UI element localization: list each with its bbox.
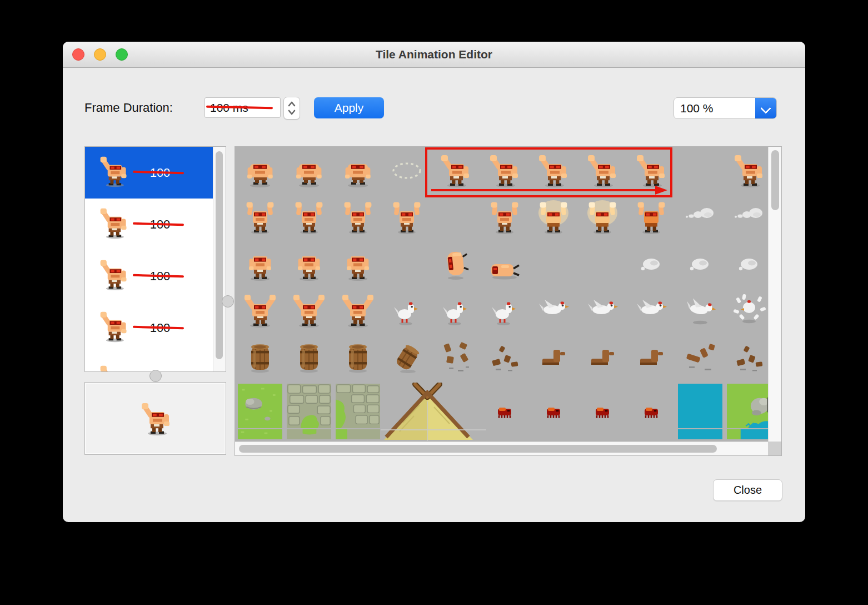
- scrollbar-thumb[interactable]: [771, 150, 779, 210]
- crab-sprite: [633, 394, 669, 430]
- frame-sprite-thumbnail: [97, 258, 131, 291]
- tile-stoneA[interactable]: [285, 381, 333, 428]
- tile-stump[interactable]: [578, 334, 627, 381]
- tile-armsv[interactable]: [236, 287, 285, 334]
- scrollbar-corner: [768, 442, 781, 455]
- tile-armsup[interactable]: [285, 194, 333, 241]
- smokedash-sprite: [682, 200, 718, 235]
- stump-sprite: [585, 340, 620, 375]
- tile-armsup[interactable]: [382, 194, 431, 241]
- tile-roll[interactable]: [431, 241, 480, 287]
- zoom-dropdown-button[interactable]: [755, 98, 776, 118]
- tile-debris2[interactable]: [725, 334, 768, 381]
- tile-animation-editor-window: Tile Animation Editor Frame Duration: Ap…: [63, 42, 805, 522]
- chickfly-sprite: [585, 293, 620, 329]
- apply-button[interactable]: Apply: [314, 97, 384, 118]
- tile-grass[interactable]: [236, 381, 285, 428]
- tile-puff[interactable]: [725, 241, 768, 287]
- tile-barrel[interactable]: [333, 334, 382, 381]
- tile-crab[interactable]: [578, 381, 627, 428]
- chickland-sprite: [682, 293, 718, 329]
- tile-glow[interactable]: [578, 194, 627, 241]
- frame-list-item[interactable]: [85, 354, 214, 371]
- tileset-vertical-scrollbar[interactable]: [768, 147, 781, 442]
- tile-chicken[interactable]: [382, 287, 431, 334]
- frame-list-item[interactable]: 100: [85, 250, 214, 302]
- tile-armsup2[interactable]: [627, 194, 676, 241]
- tile-tent[interactable]: [382, 381, 488, 442]
- tile-glow[interactable]: [529, 194, 578, 241]
- scrollbar-thumb[interactable]: [239, 445, 717, 453]
- tile-stand[interactable]: [333, 241, 382, 287]
- tile-debris[interactable]: [431, 334, 480, 381]
- chicken-sprite: [389, 293, 425, 329]
- frame-list-item[interactable]: 100: [85, 199, 214, 250]
- armsup-sprite: [389, 200, 425, 235]
- tile-crouch[interactable]: [285, 147, 333, 194]
- tile-crab[interactable]: [480, 381, 529, 428]
- annotation-arrow-icon: [430, 184, 670, 196]
- tile-armsup[interactable]: [236, 194, 285, 241]
- tile-smokedash[interactable]: [725, 194, 768, 241]
- tile-chickburst[interactable]: [725, 287, 768, 334]
- puff-sprite: [682, 246, 718, 282]
- stump-sprite: [633, 340, 669, 375]
- tile-armsv[interactable]: [333, 287, 382, 334]
- tile-debris2[interactable]: [480, 334, 529, 381]
- frame-sprite-thumbnail: [97, 364, 131, 371]
- tile-marquee[interactable]: [382, 147, 431, 194]
- tile-raised[interactable]: [725, 147, 768, 194]
- horizontal-splitter-handle[interactable]: [149, 370, 162, 382]
- tile-water[interactable]: [676, 381, 725, 428]
- tile-chicken[interactable]: [480, 287, 529, 334]
- frame-list-scrollbar[interactable]: [213, 147, 226, 371]
- tile-armsup[interactable]: [480, 194, 529, 241]
- tile-puff[interactable]: [627, 241, 676, 287]
- tile-chickfly[interactable]: [529, 287, 578, 334]
- tent-sprite: [381, 383, 486, 441]
- frame-duration-stepper[interactable]: [283, 97, 300, 120]
- tile-chickfly[interactable]: [627, 287, 676, 334]
- scrollbar-thumb[interactable]: [216, 151, 223, 359]
- stand-sprite: [291, 246, 327, 282]
- close-button[interactable]: Close: [713, 479, 782, 501]
- tile-grasswater[interactable]: [725, 381, 768, 428]
- raised-sprite: [731, 153, 767, 189]
- frame-list-item[interactable]: 100: [85, 147, 214, 199]
- tile-armsup[interactable]: [333, 194, 382, 241]
- tile-crab[interactable]: [529, 381, 578, 428]
- tile-stump[interactable]: [627, 334, 676, 381]
- tile-barrel[interactable]: [236, 334, 285, 381]
- stoneB-tile-sprite: [335, 384, 381, 439]
- tile-stand[interactable]: [285, 241, 333, 287]
- frame-list-item[interactable]: 100: [85, 302, 214, 354]
- stump-sprite: [536, 340, 571, 375]
- marquee-sprite: [389, 153, 425, 189]
- water-tile-sprite: [677, 384, 724, 439]
- tile-crab[interactable]: [627, 381, 676, 428]
- tile-chickfly[interactable]: [578, 287, 627, 334]
- tile-crouch[interactable]: [333, 147, 382, 194]
- tile-chickland[interactable]: [676, 287, 725, 334]
- zoom-select[interactable]: 100 %: [674, 97, 777, 119]
- tile-armsv[interactable]: [285, 287, 333, 334]
- tile-puff[interactable]: [676, 241, 725, 287]
- stumpbroken-sprite: [682, 340, 718, 375]
- tile-smokedash[interactable]: [676, 194, 725, 241]
- tile-fallen[interactable]: [480, 241, 529, 287]
- tileset-horizontal-scrollbar[interactable]: [235, 442, 768, 455]
- tile-crouch[interactable]: [236, 147, 285, 194]
- tile-stoneB[interactable]: [333, 381, 382, 428]
- zoom-value: 100 %: [680, 98, 714, 118]
- title-bar[interactable]: Tile Animation Editor: [63, 42, 805, 68]
- tile-barreltilt[interactable]: [382, 334, 431, 381]
- tile-stand[interactable]: [236, 241, 285, 287]
- tile-chicken[interactable]: [431, 287, 480, 334]
- armsv-sprite: [242, 293, 278, 329]
- frame-list: 100100100100: [85, 147, 214, 371]
- tile-barrel[interactable]: [285, 334, 333, 381]
- tile-stumpbroken[interactable]: [676, 334, 725, 381]
- frame-list-panel: 100100100100: [84, 146, 226, 372]
- tile-stump[interactable]: [529, 334, 578, 381]
- vertical-splitter-handle[interactable]: [222, 295, 234, 308]
